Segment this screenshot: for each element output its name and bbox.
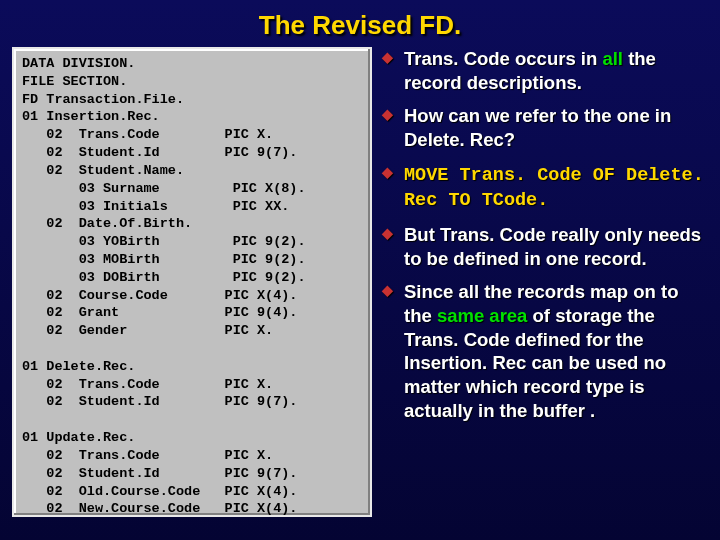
bullet-item: Trans. Code occurs in all the record des… bbox=[382, 47, 708, 94]
bullet-text: But Trans. Code really only needs to be … bbox=[404, 224, 701, 269]
bullet-item: But Trans. Code really only needs to be … bbox=[382, 223, 708, 270]
cobol-code: DATA DIVISION. FILE SECTION. FD Transact… bbox=[22, 55, 362, 518]
page-title: The Revised FD. bbox=[0, 0, 720, 47]
code-panel: DATA DIVISION. FILE SECTION. FD Transact… bbox=[12, 47, 372, 517]
bullet-item: MOVE Trans. Code OF Delete. Rec TO TCode… bbox=[382, 162, 708, 213]
bullet-item: How can we refer to the one in Delete. R… bbox=[382, 104, 708, 151]
bullet-text: Trans. Code occurs in bbox=[404, 48, 602, 69]
slide-body: DATA DIVISION. FILE SECTION. FD Transact… bbox=[0, 47, 720, 527]
bullet-emphasis: all bbox=[602, 48, 623, 69]
bullet-code: MOVE Trans. Code OF Delete. Rec TO TCode… bbox=[404, 165, 704, 212]
bullet-text: How can we refer to the one in Delete. R… bbox=[404, 105, 671, 150]
bullet-list: Trans. Code occurs in all the record des… bbox=[372, 47, 708, 515]
slide: The Revised FD. DATA DIVISION. FILE SECT… bbox=[0, 0, 720, 540]
bullet-item: Since all the records map on to the same… bbox=[382, 280, 708, 422]
bullet-emphasis: same area bbox=[437, 305, 528, 326]
